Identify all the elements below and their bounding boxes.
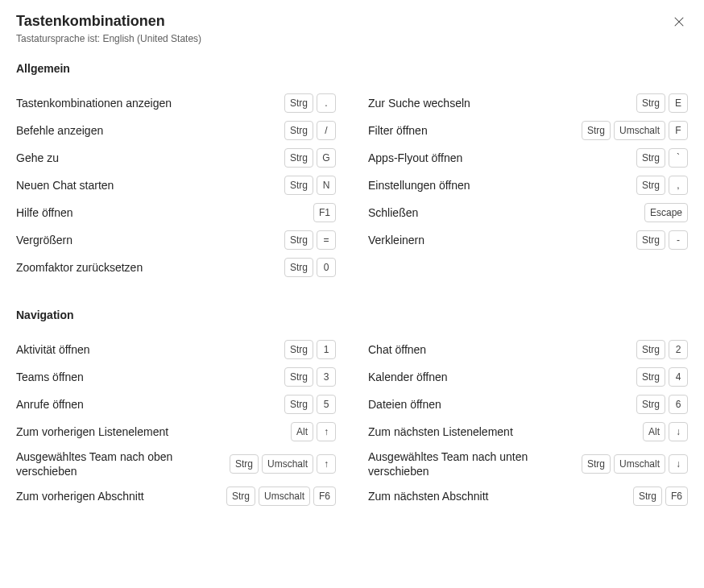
shortcut-row: VergrößernStrg= bbox=[16, 226, 336, 254]
shortcut-keys: Strg/ bbox=[284, 121, 336, 140]
shortcut-row: Dateien öffnenStrg6 bbox=[368, 391, 688, 418]
key-cap[interactable]: Strg bbox=[230, 454, 259, 474]
key-cap[interactable]: F1 bbox=[313, 203, 336, 222]
shortcut-label: Aktivität öffnen bbox=[16, 342, 90, 357]
key-cap[interactable]: Strg bbox=[582, 454, 611, 474]
key-cap[interactable]: Umschalt bbox=[614, 454, 665, 474]
shortcut-row: Ausgewähltes Team nach unten verschieben… bbox=[368, 445, 688, 482]
key-cap[interactable]: 1 bbox=[317, 340, 336, 359]
shortcut-row: SchließenEscape bbox=[368, 199, 688, 226]
key-cap[interactable]: Strg bbox=[636, 176, 665, 195]
key-cap[interactable]: Strg bbox=[636, 367, 665, 387]
key-cap[interactable]: ↓ bbox=[669, 454, 688, 474]
key-cap[interactable]: F bbox=[669, 121, 688, 140]
shortcut-row: Neuen Chat startenStrgN bbox=[16, 172, 336, 199]
key-cap[interactable]: Umschalt bbox=[614, 121, 665, 140]
key-cap[interactable]: Strg bbox=[636, 230, 665, 250]
shortcut-keys: Escape bbox=[644, 203, 688, 222]
shortcut-label: Vergrößern bbox=[16, 233, 72, 247]
keyboard-language-subtitle: Tastatursprache ist: English (United Sta… bbox=[16, 33, 688, 44]
shortcut-keys: Strg= bbox=[284, 230, 336, 250]
shortcut-label: Teams öffnen bbox=[16, 370, 84, 384]
key-cap[interactable]: Strg bbox=[633, 487, 662, 506]
shortcut-keys: StrgF6 bbox=[633, 487, 688, 506]
shortcut-row: VerkleinernStrg- bbox=[368, 226, 688, 254]
shortcut-label: Gehe zu bbox=[16, 151, 59, 165]
key-cap[interactable]: Umschalt bbox=[262, 454, 313, 474]
key-cap[interactable]: Strg bbox=[226, 487, 255, 506]
key-cap[interactable]: Escape bbox=[644, 203, 688, 222]
key-cap[interactable]: 6 bbox=[669, 395, 688, 414]
key-cap[interactable]: Strg bbox=[284, 148, 313, 168]
shortcut-label: Dateien öffnen bbox=[368, 397, 441, 412]
shortcut-keys: Strg` bbox=[636, 148, 688, 168]
shortcut-label: Zum vorherigen Abschnitt bbox=[16, 489, 144, 503]
shortcut-row: Ausgewähltes Team nach oben verschiebenS… bbox=[16, 445, 336, 482]
key-cap[interactable]: 4 bbox=[669, 367, 688, 387]
key-cap[interactable]: . bbox=[317, 93, 336, 113]
shortcut-keys: Strg3 bbox=[284, 367, 336, 387]
shortcut-label: Zum nächsten Abschnitt bbox=[368, 489, 488, 503]
key-cap[interactable]: Strg bbox=[284, 121, 313, 140]
key-cap[interactable]: Strg bbox=[636, 340, 665, 359]
shortcut-keys: Strg, bbox=[636, 176, 688, 195]
shortcut-keys: Alt↑ bbox=[291, 422, 336, 441]
key-cap[interactable]: ↑ bbox=[317, 454, 336, 474]
close-icon bbox=[673, 17, 685, 30]
key-cap[interactable]: G bbox=[317, 148, 336, 168]
key-cap[interactable]: F6 bbox=[313, 487, 336, 506]
shortcut-row: Zur Suche wechselnStrgE bbox=[368, 89, 688, 117]
shortcut-row: Anrufe öffnenStrg5 bbox=[16, 391, 336, 418]
shortcut-label: Verkleinern bbox=[368, 233, 424, 247]
key-cap[interactable]: Strg bbox=[284, 340, 313, 359]
shortcut-keys: Strg4 bbox=[636, 367, 688, 387]
key-cap[interactable]: Alt bbox=[643, 422, 665, 441]
key-cap[interactable]: - bbox=[669, 230, 688, 250]
key-cap[interactable]: Strg bbox=[636, 395, 665, 414]
key-cap[interactable]: ↓ bbox=[669, 422, 688, 441]
shortcut-keys: StrgUmschalt↑ bbox=[230, 454, 336, 474]
key-cap[interactable]: Strg bbox=[636, 93, 665, 113]
key-cap[interactable]: Strg bbox=[582, 121, 611, 140]
key-cap[interactable]: = bbox=[317, 230, 336, 250]
key-cap[interactable]: 3 bbox=[317, 367, 336, 387]
key-cap[interactable]: Alt bbox=[291, 422, 313, 441]
shortcut-row: Tastenkombinationen anzeigenStrg. bbox=[16, 89, 336, 117]
section: AllgemeinTastenkombinationen anzeigenStr… bbox=[16, 62, 688, 281]
section: NavigationAktivität öffnenStrg1Chat öffn… bbox=[16, 308, 688, 510]
shortcut-row: Gehe zuStrgG bbox=[16, 144, 336, 172]
close-button[interactable] bbox=[670, 13, 688, 32]
shortcut-keys: Strg6 bbox=[636, 395, 688, 414]
key-cap[interactable]: / bbox=[317, 121, 336, 140]
key-cap[interactable]: ` bbox=[669, 148, 688, 168]
shortcut-keys: StrgUmschalt↓ bbox=[582, 454, 688, 474]
key-cap[interactable]: ↑ bbox=[317, 422, 336, 441]
key-cap[interactable]: F6 bbox=[665, 487, 688, 506]
key-cap[interactable]: Strg bbox=[636, 148, 665, 168]
shortcut-row: Hilfe öffnenF1 bbox=[16, 199, 336, 226]
shortcut-keys: StrgUmschaltF bbox=[582, 121, 688, 140]
shortcut-label: Einstellungen öffnen bbox=[368, 178, 470, 193]
key-cap[interactable]: Strg bbox=[284, 230, 313, 250]
key-cap[interactable]: E bbox=[669, 93, 688, 113]
shortcut-keys: Alt↓ bbox=[643, 422, 688, 441]
key-cap[interactable]: 5 bbox=[317, 395, 336, 414]
key-cap[interactable]: Strg bbox=[284, 258, 313, 277]
shortcut-keys: Strg. bbox=[284, 93, 336, 113]
key-cap[interactable]: Strg bbox=[284, 395, 313, 414]
section-heading: Navigation bbox=[16, 308, 688, 321]
key-cap[interactable]: Strg bbox=[284, 176, 313, 195]
key-cap[interactable]: 0 bbox=[317, 258, 336, 277]
shortcut-label: Zum vorherigen Listenelement bbox=[16, 424, 168, 439]
shortcut-row: Zum vorherigen ListenelementAlt↑ bbox=[16, 418, 336, 445]
key-cap[interactable]: Umschalt bbox=[259, 487, 310, 506]
key-cap[interactable]: 2 bbox=[669, 340, 688, 359]
key-cap[interactable]: N bbox=[317, 176, 336, 195]
shortcut-row: Zoomfaktor zurücksetzenStrg0 bbox=[16, 254, 336, 281]
shortcut-keys: StrgUmschaltF6 bbox=[226, 487, 336, 506]
shortcut-keys: StrgN bbox=[284, 176, 336, 195]
key-cap[interactable]: Strg bbox=[284, 93, 313, 113]
shortcut-label: Tastenkombinationen anzeigen bbox=[16, 96, 172, 110]
key-cap[interactable]: Strg bbox=[284, 367, 313, 387]
key-cap[interactable]: , bbox=[669, 176, 688, 195]
